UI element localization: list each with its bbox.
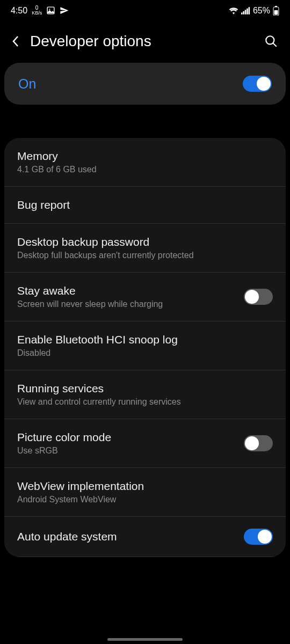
svg-line-11 — [273, 43, 277, 47]
network-speed: 0 KB/s — [32, 5, 42, 16]
settings-list: Memory4.1 GB of 6 GB usedBug reportDeskt… — [4, 138, 286, 557]
header: Developer options — [0, 18, 290, 63]
setting-text: Running servicesView and control current… — [17, 382, 273, 407]
setting-title: Bug report — [17, 199, 266, 211]
setting-row[interactable]: Enable Bluetooth HCI snoop logDisabled — [4, 321, 286, 370]
setting-subtitle: Use sRGB — [17, 446, 237, 456]
svg-point-1 — [49, 9, 50, 10]
setting-text: Desktop backup passwordDesktop full back… — [17, 236, 273, 260]
setting-text: Picture color modeUse sRGB — [17, 431, 244, 456]
send-icon — [60, 6, 69, 15]
status-time: 4:50 — [11, 6, 27, 16]
setting-title: Stay awake — [17, 284, 237, 297]
setting-subtitle: Android System WebView — [17, 495, 266, 504]
setting-row[interactable]: Picture color modeUse sRGB — [4, 419, 286, 468]
svg-point-10 — [266, 36, 274, 44]
battery-percent: 65% — [253, 6, 270, 16]
master-toggle-label: On — [18, 76, 36, 92]
setting-subtitle: Disabled — [17, 348, 266, 358]
setting-title: Auto update system — [17, 530, 237, 543]
setting-title: Enable Bluetooth HCI snoop log — [17, 333, 266, 346]
setting-toggle[interactable] — [244, 435, 273, 451]
setting-row[interactable]: WebView implementationAndroid System Web… — [4, 468, 286, 517]
setting-title: WebView implementation — [17, 480, 266, 493]
master-toggle[interactable] — [243, 76, 272, 92]
svg-rect-2 — [241, 12, 243, 14]
wifi-icon — [229, 7, 238, 14]
setting-row[interactable]: Running servicesView and control current… — [4, 370, 286, 419]
svg-rect-6 — [249, 7, 250, 14]
master-toggle-card[interactable]: On — [4, 63, 286, 105]
setting-subtitle: View and control currently running servi… — [17, 397, 266, 407]
setting-row[interactable]: Auto update system — [4, 517, 286, 557]
status-left: 4:50 0 KB/s — [11, 5, 69, 16]
setting-text: Memory4.1 GB of 6 GB used — [17, 150, 273, 174]
setting-title: Desktop backup password — [17, 236, 266, 248]
setting-title: Picture color mode — [17, 431, 237, 444]
gallery-icon — [46, 6, 55, 15]
setting-text: Bug report — [17, 199, 273, 211]
setting-row[interactable]: Bug report — [4, 187, 286, 224]
setting-text: WebView implementationAndroid System Web… — [17, 480, 273, 504]
status-bar: 4:50 0 KB/s 65% — [0, 0, 290, 18]
setting-text: Auto update system — [17, 530, 244, 543]
setting-row[interactable]: Desktop backup passwordDesktop full back… — [4, 224, 286, 273]
setting-toggle[interactable] — [244, 529, 273, 545]
setting-text: Stay awakeScreen will never sleep while … — [17, 284, 244, 309]
setting-toggle[interactable] — [244, 289, 273, 305]
svg-rect-5 — [247, 8, 248, 14]
svg-rect-4 — [245, 10, 247, 14]
setting-row[interactable]: Memory4.1 GB of 6 GB used — [4, 138, 286, 187]
svg-rect-3 — [243, 11, 244, 14]
battery-icon — [273, 6, 279, 16]
setting-subtitle: Screen will never sleep while charging — [17, 299, 237, 309]
status-right: 65% — [229, 6, 279, 16]
search-icon[interactable] — [264, 34, 278, 48]
svg-rect-9 — [274, 10, 278, 15]
navigation-handle[interactable] — [107, 638, 183, 641]
signal-icon — [241, 7, 250, 14]
setting-title: Running services — [17, 382, 266, 395]
setting-title: Memory — [17, 150, 266, 163]
setting-subtitle: 4.1 GB of 6 GB used — [17, 165, 266, 174]
page-title: Developer options — [30, 33, 253, 50]
setting-subtitle: Desktop full backups aren't currently pr… — [17, 251, 266, 260]
back-icon[interactable] — [12, 35, 19, 48]
setting-text: Enable Bluetooth HCI snoop logDisabled — [17, 333, 273, 358]
setting-row[interactable]: Stay awakeScreen will never sleep while … — [4, 273, 286, 321]
